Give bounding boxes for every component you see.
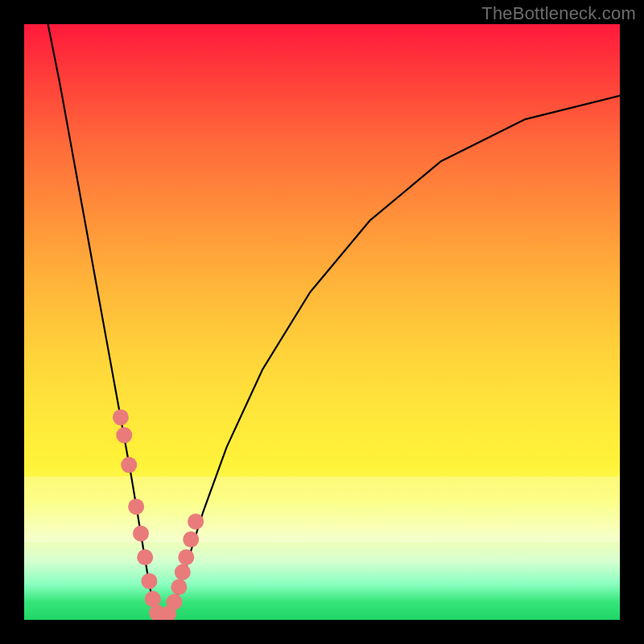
plot-area: [24, 24, 620, 620]
highlight-dot: [113, 409, 129, 425]
highlight-dot: [171, 579, 187, 595]
highlight-dots: [113, 409, 204, 620]
highlight-dot: [145, 591, 161, 607]
highlight-dot: [141, 573, 157, 589]
highlight-dot: [128, 498, 144, 514]
curve-layer: [24, 24, 620, 620]
highlight-dot: [183, 531, 199, 547]
chart-frame: TheBottleneck.com: [0, 0, 644, 644]
highlight-dot: [178, 549, 194, 565]
highlight-dot: [116, 427, 132, 444]
watermark-text: TheBottleneck.com: [481, 3, 636, 24]
highlight-dot: [167, 594, 183, 610]
highlight-dot: [137, 549, 153, 565]
highlight-dot: [175, 564, 191, 580]
highlight-dot: [188, 514, 204, 530]
highlight-dot: [121, 457, 137, 473]
highlight-dot: [133, 526, 149, 542]
